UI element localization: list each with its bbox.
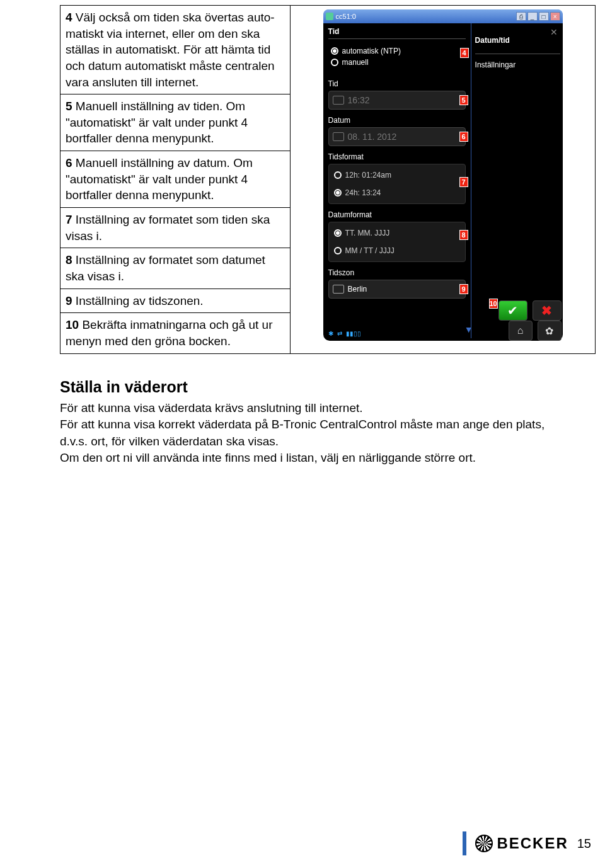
- callout-10: 10: [489, 299, 498, 309]
- keyboard-icon: [333, 285, 344, 294]
- step-7: 7 Inställning av formatet som tiden ska …: [60, 208, 290, 248]
- callout-7: 7: [459, 177, 468, 187]
- home-button[interactable]: ⌂: [509, 321, 533, 341]
- keyboard-icon: [333, 96, 344, 105]
- device-right-panel: ✕ Datum/tid Inställningar ✔ 10 ✖: [471, 23, 563, 338]
- radio-icon: [334, 189, 342, 197]
- status-icon: ⇄: [337, 330, 342, 337]
- status-bar: ✱ ⇄ ▮▮▯▯: [328, 330, 361, 337]
- signal-icon: ▮▮▯▯: [346, 330, 361, 337]
- close-icon: ✖: [541, 303, 552, 318]
- minimize-button[interactable]: _: [527, 12, 538, 21]
- radio-icon: [334, 229, 342, 237]
- breadcrumb: Inställningar: [475, 60, 560, 69]
- section-tid: Tid: [328, 27, 466, 39]
- step-5: 5 Manuell inställning av tiden. Om "auto…: [60, 94, 290, 151]
- footer-accent: [463, 831, 466, 855]
- status-icon: ✱: [328, 330, 333, 337]
- maximize-button[interactable]: □: [539, 12, 549, 21]
- print-icon[interactable]: ⎙: [516, 12, 526, 21]
- brand-text: BECKER: [497, 835, 568, 852]
- date-input[interactable]: 08. 11. 2012 6: [328, 127, 466, 146]
- section-datum: Datum: [328, 116, 466, 125]
- callout-6: 6: [459, 132, 468, 142]
- step-6: 6 Manuell inställning av datum. Om "auto…: [60, 151, 290, 208]
- settings-icon: ✕: [550, 27, 558, 37]
- radio-icon: [331, 59, 338, 66]
- callout-9: 9: [459, 284, 468, 294]
- device-body: Tid automatisk (NTP) manuell 4 Tid: [323, 23, 563, 338]
- section-tidsformat: Tidsformat: [328, 152, 466, 161]
- brand-logo: BECKER: [475, 835, 568, 852]
- window-titlebar: cc51:0 ⎙ _ □ ×: [323, 9, 563, 23]
- step-4: 4 Välj också om tiden ska övertas auto­m…: [60, 6, 290, 94]
- keyboard-icon: [333, 132, 344, 141]
- callout-5: 5: [459, 95, 468, 105]
- radio-12h[interactable]: 12h: 01:24am: [334, 171, 460, 180]
- callout-4: 4: [460, 48, 469, 58]
- dateformat-group: TT. MM. JJJJ MM / TT / JJJJ 8: [328, 222, 466, 262]
- section-datumformat: Datumformat: [328, 210, 466, 219]
- page-number: 15: [577, 837, 591, 851]
- radio-df2[interactable]: MM / TT / JJJJ: [334, 246, 460, 255]
- timezone-input[interactable]: Berlin 9: [328, 280, 466, 299]
- radio-df1[interactable]: TT. MM. JJJJ: [334, 229, 460, 237]
- home-icon: ⌂: [517, 325, 524, 336]
- screenshot-column: cc51:0 ⎙ _ □ × Tid automatisk (NTP): [290, 6, 595, 353]
- page-footer: BECKER 15: [463, 831, 591, 855]
- confirm-button[interactable]: ✔ 10: [498, 300, 527, 321]
- device-left-panel: Tid automatisk (NTP) manuell 4 Tid: [323, 23, 471, 338]
- main-layout: 4 Välj också om tiden ska övertas auto­m…: [60, 5, 596, 354]
- radio-manual[interactable]: manuell: [331, 58, 466, 67]
- steps-column: 4 Välj också om tiden ska övertas auto­m…: [60, 6, 290, 353]
- radio-icon: [331, 47, 338, 55]
- page-title: Datum/tid: [475, 36, 560, 54]
- timeformat-group: 12h: 01:24am 24h: 13:24 7: [328, 164, 466, 204]
- section-tidszon: Tidszon: [328, 268, 466, 277]
- gear-icon: ✿: [545, 325, 553, 337]
- close-button[interactable]: ×: [550, 12, 560, 21]
- window-title: cc51:0: [336, 13, 356, 20]
- cancel-button[interactable]: ✖: [533, 300, 562, 321]
- radio-icon: [334, 171, 342, 179]
- weather-section: Ställa in väderort För att kunna visa vä…: [60, 378, 564, 467]
- step-10: 10 Bekräfta inmatningarna och gå ut ur m…: [60, 313, 290, 353]
- radio-automatic[interactable]: automatisk (NTP): [331, 47, 466, 55]
- time-mode-group: automatisk (NTP) manuell 4: [328, 43, 466, 73]
- section-heading: Ställa in väderort: [60, 378, 564, 396]
- section-tid2: Tid: [328, 79, 466, 88]
- radio-24h[interactable]: 24h: 13:24: [334, 188, 460, 197]
- device-frame: cc51:0 ⎙ _ □ × Tid automatisk (NTP): [323, 9, 563, 341]
- callout-8: 8: [459, 230, 468, 240]
- app-icon: [326, 13, 333, 20]
- check-icon: ✔: [507, 303, 518, 318]
- pinwheel-icon: [475, 835, 493, 852]
- time-input[interactable]: 16:32 5: [328, 91, 466, 110]
- radio-icon: [334, 247, 342, 254]
- menu-button[interactable]: ✿: [538, 321, 562, 341]
- step-9: 9 Inställning av tidszonen.: [60, 289, 290, 314]
- step-8: 8 Inställning av formatet som datumet sk…: [60, 248, 290, 288]
- section-body: För att kunna visa väderdata krävs anslu…: [60, 400, 564, 467]
